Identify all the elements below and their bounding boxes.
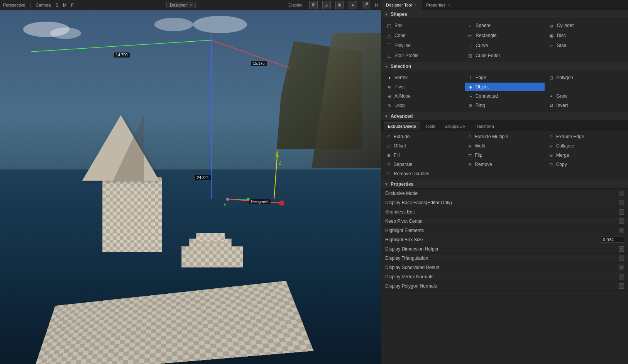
selection-title: Selection xyxy=(391,64,411,69)
extrude-multiple-icon: ⊕ xyxy=(467,134,472,139)
prop-highlight-box-size-input[interactable] xyxy=(601,237,624,243)
camera-label: Camera xyxy=(36,3,51,7)
tab-designer-tool[interactable]: Designer Tool × xyxy=(381,0,421,10)
designer-tab[interactable]: Designer × xyxy=(166,2,196,8)
tool-remove-label: Remove xyxy=(475,162,492,167)
prop-display-vertex-normals: Display Vertex Normals xyxy=(381,272,628,281)
grid-view-btn[interactable]: ⊞ xyxy=(309,1,318,9)
shape-box[interactable]: ▢ Box xyxy=(383,20,464,30)
sel-object[interactable]: ◈ Object xyxy=(465,83,545,91)
prop-display-dimension-helper-label: Display Dimension Helper xyxy=(385,246,619,252)
tool-collapse-label: Collapse xyxy=(556,143,574,149)
prop-keep-pivot-center-checkbox[interactable] xyxy=(619,218,624,224)
m-label[interactable]: M xyxy=(63,3,66,7)
adv-tab-extrude[interactable]: Extrude/Delete xyxy=(384,122,420,130)
tool-collapse[interactable]: ⊘ Collapse xyxy=(545,141,626,151)
tool-separate[interactable]: ⊙ Separate xyxy=(383,160,464,169)
tool-fill[interactable]: ◼ Fill xyxy=(383,151,464,160)
tool-weld[interactable]: ⊗ Weld xyxy=(464,141,545,151)
sel-ring[interactable]: ⊙ Ring xyxy=(465,101,545,110)
prop-highlight-elements-checkbox[interactable] xyxy=(619,228,624,233)
adv-tab-tools[interactable]: Tools xyxy=(421,122,440,130)
tool-extrude-edge[interactable]: ⊕ Extrude Edge xyxy=(545,132,626,141)
tab-properties[interactable]: Properties × xyxy=(421,0,455,10)
tool-extrude-multiple-label: Extrude Multiple xyxy=(475,134,508,139)
tool-flip[interactable]: ⇄ Flip xyxy=(464,151,545,160)
prop-display-back-faces-checkbox[interactable] xyxy=(619,200,624,205)
shape-cube-editor[interactable]: ⊞ Cube Editor xyxy=(464,51,545,61)
tool-extrude-multiple[interactable]: ⊕ Extrude Multiple xyxy=(464,132,545,141)
s-label[interactable]: S xyxy=(56,3,58,7)
panel-tabs: Designer Tool × Properties × xyxy=(381,0,628,10)
shape-cone[interactable]: △ Cone xyxy=(383,30,464,41)
sel-vertex-label: Vertex xyxy=(394,75,408,80)
advanced-section-header[interactable]: ▼ Advanced xyxy=(381,112,628,121)
sel-grow[interactable]: + Grow xyxy=(545,92,626,100)
shape-rectangle[interactable]: ▭ Rectangle xyxy=(464,30,545,41)
properties-arrow: ▼ xyxy=(384,182,388,186)
tool-extrude[interactable]: ⊕ Extrude xyxy=(383,132,464,141)
prop-display-dimension-helper-checkbox[interactable] xyxy=(619,246,624,252)
sel-invert[interactable]: ⇄ Invert xyxy=(545,101,626,110)
prop-display-subdivided-result-checkbox[interactable] xyxy=(619,265,624,270)
h-label[interactable]: H xyxy=(375,3,378,7)
shape-disc[interactable]: ◉ Disc xyxy=(545,30,626,41)
sel-polygon[interactable]: ◻ Polygon xyxy=(545,73,626,82)
adv-tab-transform[interactable]: Transform xyxy=(471,122,498,130)
sel-edge[interactable]: / Edge xyxy=(465,73,545,82)
sel-loop[interactable]: ↻ Loop xyxy=(384,101,464,110)
tool-offset[interactable]: ⊞ Offset xyxy=(383,141,464,151)
shading-btn[interactable]: ◉ xyxy=(335,1,344,9)
shape-cylinder[interactable]: ⌀ Cylinder xyxy=(545,20,626,30)
prop-exclusive-mode-checkbox[interactable] xyxy=(619,191,624,196)
tool-copy[interactable]: ⊡ Copy xyxy=(545,160,626,169)
advanced-arrow: ▼ xyxy=(384,114,388,119)
wireframe-btn[interactable]: △ xyxy=(322,1,331,9)
shape-stair-profile[interactable]: ⊏ Stair Profile xyxy=(383,51,464,61)
prop-display-polygon-normals-checkbox[interactable] xyxy=(619,283,624,289)
tool-merge[interactable]: ⊞ Merge xyxy=(545,151,626,160)
selection-section-header[interactable]: ▼ Selection xyxy=(381,62,628,71)
tool-extrude-label: Extrude xyxy=(394,134,410,139)
cone-icon: △ xyxy=(386,32,392,39)
viewport-canvas[interactable]: Z y 14.790 15.175 24.324 Designer3 xyxy=(0,10,381,364)
shape-stair[interactable]: ⌐ Stair xyxy=(545,41,626,51)
prop-display-triangulation-checkbox[interactable] xyxy=(619,256,624,261)
prop-exclusive-mode: Exclusive Mode xyxy=(381,189,628,198)
display-label[interactable]: Display xyxy=(288,3,302,7)
tab-designer-tool-close[interactable]: × xyxy=(414,3,416,7)
sel-pivot[interactable]: ⊕ Pivot xyxy=(384,83,464,91)
edge-icon: / xyxy=(468,75,473,80)
shape-stair-label: Stair xyxy=(557,43,567,48)
mic-btn[interactable]: 🎤 xyxy=(362,1,370,9)
cloud-3 xyxy=(154,18,193,31)
tab-properties-close[interactable]: × xyxy=(448,3,450,7)
prop-exclusive-mode-label: Exclusive Mode xyxy=(385,191,619,196)
shape-sphere[interactable]: ○ Sphere xyxy=(464,20,545,30)
shape-curve[interactable]: ⌣ Curve xyxy=(464,41,545,51)
measure-label-1: 14.790 xyxy=(114,52,130,58)
sel-vertex[interactable]: ● Vertex xyxy=(384,73,464,82)
sel-allnone[interactable]: ⊖ AllNone xyxy=(384,92,464,100)
right-panel: Designer Tool × Properties × ▼ Shapes ▢ … xyxy=(381,0,628,364)
tool-remove[interactable]: ⊖ Remove xyxy=(464,160,545,169)
shapes-section-header[interactable]: ▼ Shapes xyxy=(381,10,628,19)
shape-polyline[interactable]: ⌒ Polyline xyxy=(383,41,464,51)
render-btn[interactable]: ● xyxy=(349,1,357,9)
properties-section-header[interactable]: ▼ Properties xyxy=(381,180,628,189)
prop-display-vertex-normals-checkbox[interactable] xyxy=(619,274,624,279)
shapes-arrow: ▼ xyxy=(384,12,388,17)
shapes-grid: ▢ Box ○ Sphere ⌀ Cylinder △ Cone ▭ Rec xyxy=(381,19,628,62)
f-label[interactable]: F xyxy=(71,3,74,7)
offset-icon: ⊞ xyxy=(386,143,391,149)
prop-seamless-edit-checkbox[interactable] xyxy=(619,209,624,215)
tower-body xyxy=(102,177,162,252)
sel-connected[interactable]: ∞ Connected xyxy=(465,92,545,100)
shape-stair-profile-label: Stair Profile xyxy=(394,53,418,58)
panel-content: ▼ Shapes ▢ Box ○ Sphere ⌀ Cylinder △ xyxy=(381,10,628,364)
designer-tab-close[interactable]: × xyxy=(190,3,192,7)
adv-tab-groups[interactable]: Groups/UV xyxy=(440,122,469,130)
prop-highlight-box-size-label: Highlight Box Size xyxy=(385,237,601,242)
adv-tab-groups-label: Groups/UV xyxy=(444,124,465,129)
tool-remove-doubles[interactable]: ⊖ Remove Doubles xyxy=(383,169,464,178)
